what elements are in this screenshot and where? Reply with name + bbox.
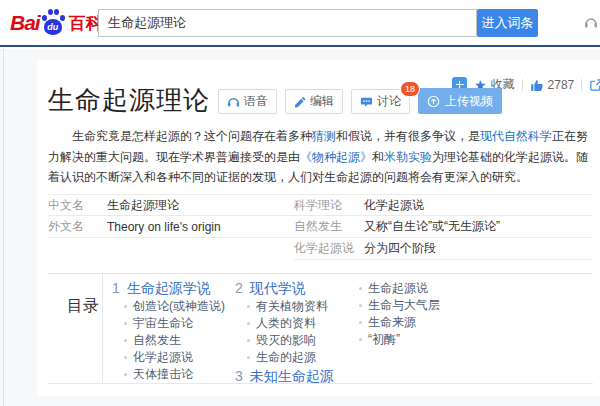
catalog-title: 目录	[48, 274, 103, 383]
info-right-column: 科学理论 化学起源说 自然发生 又称“自生论”或“无生源论” 化学起源说 分为四…	[294, 194, 593, 260]
catalog-item-label: 生命的起源	[256, 349, 316, 366]
catalog-item[interactable]: 生命的起源	[235, 349, 355, 366]
info-label: 外文名	[48, 218, 107, 235]
catalog-item[interactable]: 毁灭的影响	[235, 332, 355, 349]
bullet-dot-icon	[124, 373, 127, 376]
logo-du-text: du	[44, 19, 62, 35]
info-value: 又称“自生论”或“无生源论”	[364, 218, 500, 235]
discuss-label: 讨论	[377, 93, 401, 110]
chat-bubble-icon	[360, 96, 373, 108]
bullet-dot-icon	[247, 305, 250, 308]
catalog-item-label: 宇宙生命论	[133, 315, 193, 332]
upload-circle-icon	[427, 95, 440, 108]
bullet-dot-icon	[124, 322, 127, 325]
info-value: 化学起源说	[364, 197, 424, 214]
catalog-heading-1[interactable]: 1 生命起源学说	[112, 280, 235, 296]
edit-label: 编辑	[310, 93, 334, 110]
catalog-item[interactable]: “初酶”	[355, 331, 593, 348]
catalog-item[interactable]: 有关植物资料	[235, 298, 355, 315]
catalog-column-2: 2 现代学说 有关植物资料 人类的资料 毁灭的影响 生命的起源 3 未知生命起源	[235, 280, 355, 383]
like-button[interactable]: 2787	[530, 78, 575, 92]
intro-text: 生命究竟是怎样起源的？这个问题存在着多种	[72, 129, 312, 143]
like-count: 2787	[548, 78, 575, 92]
catalog-item-label: 化学起源说	[133, 349, 193, 366]
catalog-item-label: 人类的资料	[256, 315, 316, 332]
catalog-column-1: 1 生命起源学说 创造论(或神造说) 宇宙生命论 自然发生 化学起源说 天体撞击…	[112, 280, 235, 383]
catalog-section: 目录 1 生命起源学说 创造论(或神造说) 宇宙生命论 自然发生 化学起源说 天…	[48, 273, 593, 384]
catalog-item[interactable]: 生命与大气层	[355, 297, 593, 314]
catalog-item[interactable]: 化学起源说	[112, 349, 235, 366]
info-value: 生命起源理论	[107, 197, 179, 214]
link-caice[interactable]: 猜测	[312, 129, 336, 143]
bullet-dot-icon	[247, 322, 250, 325]
discuss-button[interactable]: 讨论 18	[351, 89, 410, 114]
left-edge-divider	[3, 49, 4, 406]
upload-video-button[interactable]: 上传视频	[418, 88, 502, 114]
bullet-dot-icon	[359, 304, 362, 307]
edit-button[interactable]: 编辑	[285, 89, 343, 114]
catalog-item[interactable]: 天体撞击论	[112, 366, 235, 383]
catalog-column-3: 生命起源说 生命与大气层 生命来源 “初酶”	[355, 280, 593, 383]
baike-page: Bai du 百科 进入词条 ★ 收藏 2787	[0, 0, 600, 406]
intro-text: 和	[372, 150, 384, 164]
catalog-heading-3[interactable]: 3 未知生命起源	[235, 368, 355, 384]
divider	[581, 79, 582, 91]
catalog-heading-text: 生命起源学说	[127, 280, 211, 296]
catalog-item[interactable]: 自然发生	[112, 332, 235, 349]
link-miller-experiment[interactable]: 米勒实验	[384, 150, 432, 164]
catalog-item-label: 自然发生	[133, 332, 181, 349]
bullet-dot-icon	[124, 356, 127, 359]
basic-info-table: 中文名 生命起源理论 外文名 Theory on life's origin 科…	[48, 194, 593, 260]
link-origin-of-species[interactable]: 《物种起源》	[300, 150, 372, 164]
voice-button[interactable]: 语音	[218, 89, 277, 114]
catalog-heading-text: 未知生命起源	[250, 368, 334, 384]
info-label: 科学理论	[294, 197, 364, 214]
voice-label: 语音	[244, 93, 268, 110]
info-label: 化学起源说	[294, 240, 364, 257]
article-card: ★ 收藏 2787 226 生命起源理论 语音 编辑	[37, 60, 600, 396]
upload-label: 上传视频	[445, 93, 493, 110]
catalog-heading-number: 2	[235, 280, 243, 296]
header-bar: Bai du 百科 进入词条	[0, 0, 600, 47]
info-row-natural-occurrence: 自然发生 又称“自生论”或“无生源论”	[294, 216, 593, 238]
catalog-item[interactable]: 生命来源	[355, 314, 593, 331]
title-row: 生命起源理论 语音 编辑 讨论 18 上传视频	[48, 85, 502, 116]
voice-headphone-icon[interactable]	[584, 15, 598, 33]
catalog-heading-text: 现代学说	[250, 280, 306, 296]
catalog-item-label: 创造论(或神造说)	[133, 298, 225, 315]
bullet-dot-icon	[247, 339, 250, 342]
bullet-dot-icon	[124, 305, 127, 308]
catalog-item-label: 有关植物资料	[256, 298, 328, 315]
catalog-item[interactable]: 人类的资料	[235, 315, 355, 332]
info-row-science-theory: 科学理论 化学起源说	[294, 194, 593, 216]
catalog-item[interactable]: 创造论(或神造说)	[112, 298, 235, 315]
divider	[522, 79, 523, 91]
baidu-baike-logo[interactable]: Bai du 百科	[10, 8, 103, 35]
info-row-foreign-name: 外文名 Theory on life's origin	[48, 216, 294, 238]
link-modern-natural-science[interactable]: 现代自然科学	[480, 129, 552, 143]
search-input[interactable]	[98, 9, 477, 37]
headphone-icon	[227, 95, 240, 108]
catalog-heading-number: 1	[112, 280, 120, 296]
intro-paragraph: 生命究竟是怎样起源的？这个问题存在着多种猜测和假说，并有很多争议，是现代自然科学…	[48, 126, 589, 188]
share-icon	[589, 78, 600, 92]
intro-text: 和假说，并有很多争议，是	[336, 129, 480, 143]
catalog-item[interactable]: 生命起源说	[355, 280, 593, 297]
catalog-item-label: “初酶”	[368, 331, 400, 348]
bullet-dot-icon	[247, 356, 250, 359]
info-value: Theory on life's origin	[107, 220, 221, 234]
catalog-heading-2[interactable]: 2 现代学说	[235, 280, 355, 296]
info-label: 中文名	[48, 197, 107, 214]
catalog-item[interactable]: 宇宙生命论	[112, 315, 235, 332]
share-button[interactable]: 226	[589, 78, 600, 92]
catalog-item-label: 生命起源说	[368, 280, 428, 297]
thumbs-up-icon	[530, 78, 544, 92]
page-title: 生命起源理论	[48, 85, 210, 116]
pencil-icon	[294, 96, 306, 108]
catalog-item-label: 天体撞击论	[133, 366, 193, 383]
info-row-chinese-name: 中文名 生命起源理论	[48, 194, 294, 216]
bullet-dot-icon	[359, 287, 362, 290]
info-left-column: 中文名 生命起源理论 外文名 Theory on life's origin	[48, 194, 294, 260]
enter-entry-button[interactable]: 进入词条	[477, 9, 538, 37]
info-label: 自然发生	[294, 218, 364, 235]
